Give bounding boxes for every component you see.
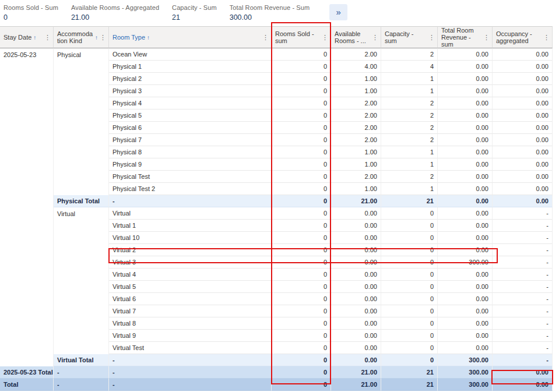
cell[interactable]: 0 bbox=[272, 293, 331, 305]
cell[interactable]: 2.00 bbox=[331, 171, 381, 183]
cell[interactable]: - bbox=[493, 293, 553, 305]
cell[interactable] bbox=[0, 330, 54, 342]
cell[interactable]: 0 bbox=[272, 195, 331, 207]
sort-asc-icon[interactable]: ↑ bbox=[147, 34, 150, 41]
cell[interactable]: 0.00 bbox=[438, 232, 493, 244]
cell[interactable] bbox=[54, 171, 109, 183]
kebab-menu-icon[interactable]: ⋮ bbox=[542, 34, 550, 41]
cell[interactable]: - bbox=[493, 342, 553, 354]
cell[interactable]: 0.00 bbox=[438, 293, 493, 305]
cell[interactable]: 0.00 bbox=[493, 171, 553, 183]
cell[interactable]: 0 bbox=[381, 354, 438, 366]
cell[interactable]: 0 bbox=[272, 61, 331, 73]
cell[interactable]: 0.00 bbox=[438, 195, 493, 207]
kebab-menu-icon[interactable]: ⋮ bbox=[427, 34, 435, 41]
cell[interactable]: 0 bbox=[381, 220, 438, 232]
cell[interactable] bbox=[0, 207, 54, 220]
cell[interactable]: 0.00 bbox=[438, 171, 493, 183]
cell[interactable]: 0 bbox=[272, 220, 331, 232]
cell[interactable]: 0.00 bbox=[493, 379, 553, 391]
kebab-menu-icon[interactable]: ⋮ bbox=[370, 34, 378, 41]
cell[interactable]: - bbox=[54, 366, 109, 379]
column-header-stay-date[interactable]: Stay Date↑⋮ bbox=[0, 26, 54, 48]
cell[interactable]: 2 bbox=[381, 97, 438, 110]
cell[interactable]: 1 bbox=[381, 73, 438, 85]
cell[interactable] bbox=[54, 244, 109, 256]
column-header-rooms-sold-sum[interactable]: Rooms Sold - sum⋮ bbox=[272, 26, 331, 48]
cell[interactable]: 0 bbox=[381, 281, 438, 293]
column-header-capacity-sum[interactable]: Capacity - sum⋮ bbox=[381, 26, 438, 48]
cell[interactable] bbox=[54, 293, 109, 305]
cell[interactable]: 0 bbox=[272, 171, 331, 183]
cell[interactable]: Virtual 4 bbox=[109, 269, 272, 281]
cell[interactable]: 0.00 bbox=[331, 207, 381, 220]
cell[interactable]: 0.00 bbox=[438, 220, 493, 232]
column-header-available-rooms[interactable]: Available Rooms - ...⋮ bbox=[331, 26, 381, 48]
cell[interactable]: - bbox=[493, 256, 553, 269]
cell[interactable] bbox=[0, 220, 54, 232]
cell[interactable]: 21.00 bbox=[331, 195, 381, 207]
cell[interactable]: 0 bbox=[381, 342, 438, 354]
cell[interactable]: 2.00 bbox=[331, 122, 381, 134]
cell[interactable]: 0 bbox=[272, 73, 331, 85]
cell[interactable]: 0 bbox=[381, 317, 438, 330]
cell[interactable]: Virtual 6 bbox=[109, 293, 272, 305]
cell[interactable]: 0.00 bbox=[493, 61, 553, 73]
cell[interactable]: Physical Test 2 bbox=[109, 183, 272, 195]
cell[interactable]: 0.00 bbox=[331, 244, 381, 256]
cell[interactable]: 0 bbox=[381, 293, 438, 305]
cell[interactable]: - bbox=[109, 354, 272, 366]
cell[interactable] bbox=[0, 158, 54, 171]
cell[interactable] bbox=[0, 110, 54, 122]
cell[interactable]: 0 bbox=[272, 244, 331, 256]
cell[interactable] bbox=[54, 317, 109, 330]
cell[interactable]: - bbox=[493, 330, 553, 342]
cell[interactable]: 1.00 bbox=[331, 73, 381, 85]
cell[interactable]: 0 bbox=[272, 269, 331, 281]
cell[interactable]: 0 bbox=[381, 232, 438, 244]
column-header-occupancy-aggregated[interactable]: Occupancy - aggregated⋮ bbox=[493, 26, 553, 48]
cell[interactable]: 0.00 bbox=[493, 122, 553, 134]
cell[interactable] bbox=[54, 281, 109, 293]
cell[interactable]: 0.00 bbox=[438, 269, 493, 281]
cell[interactable] bbox=[0, 354, 54, 366]
cell[interactable]: 21.00 bbox=[331, 366, 381, 379]
cell[interactable]: - bbox=[493, 317, 553, 330]
cell[interactable] bbox=[54, 232, 109, 244]
cell[interactable]: Virtual bbox=[54, 207, 109, 220]
cell[interactable]: 0 bbox=[381, 256, 438, 269]
cell[interactable]: 2025-05-23 Total bbox=[0, 366, 54, 379]
cell[interactable]: - bbox=[109, 195, 272, 207]
cell[interactable] bbox=[54, 85, 109, 97]
cell[interactable]: 1.00 bbox=[331, 146, 381, 158]
cell[interactable]: 0.00 bbox=[331, 305, 381, 317]
cell[interactable]: 300.00 bbox=[438, 379, 493, 391]
cell[interactable]: 2.00 bbox=[331, 97, 381, 110]
cell[interactable] bbox=[54, 269, 109, 281]
cell[interactable]: 0.00 bbox=[438, 146, 493, 158]
cell[interactable]: Physical 2 bbox=[109, 73, 272, 85]
cell[interactable]: 0 bbox=[272, 342, 331, 354]
cell[interactable]: 0.00 bbox=[493, 195, 553, 207]
cell[interactable]: 0.00 bbox=[493, 366, 553, 379]
cell[interactable] bbox=[0, 305, 54, 317]
cell[interactable]: Virtual 3 bbox=[109, 256, 272, 269]
cell[interactable]: Virtual Total bbox=[54, 354, 109, 366]
cell[interactable]: 0.00 bbox=[438, 85, 493, 97]
sort-asc-icon[interactable]: ↑ bbox=[33, 34, 36, 41]
cell[interactable]: 0 bbox=[272, 48, 331, 61]
cell[interactable]: Virtual Test bbox=[109, 342, 272, 354]
kebab-menu-icon[interactable]: ⋮ bbox=[261, 34, 269, 41]
cell[interactable]: 0.00 bbox=[438, 134, 493, 146]
cell[interactable]: 0.00 bbox=[331, 293, 381, 305]
cell[interactable]: 0 bbox=[272, 354, 331, 366]
kebab-menu-icon[interactable]: ⋮ bbox=[98, 34, 106, 41]
cell[interactable] bbox=[0, 183, 54, 195]
cell[interactable]: 0 bbox=[272, 379, 331, 391]
cell[interactable]: - bbox=[54, 379, 109, 391]
cell[interactable]: 0.00 bbox=[438, 305, 493, 317]
cell[interactable] bbox=[0, 195, 54, 207]
cell[interactable]: 0.00 bbox=[438, 183, 493, 195]
cell[interactable]: 0.00 bbox=[438, 48, 493, 61]
cell[interactable] bbox=[0, 122, 54, 134]
